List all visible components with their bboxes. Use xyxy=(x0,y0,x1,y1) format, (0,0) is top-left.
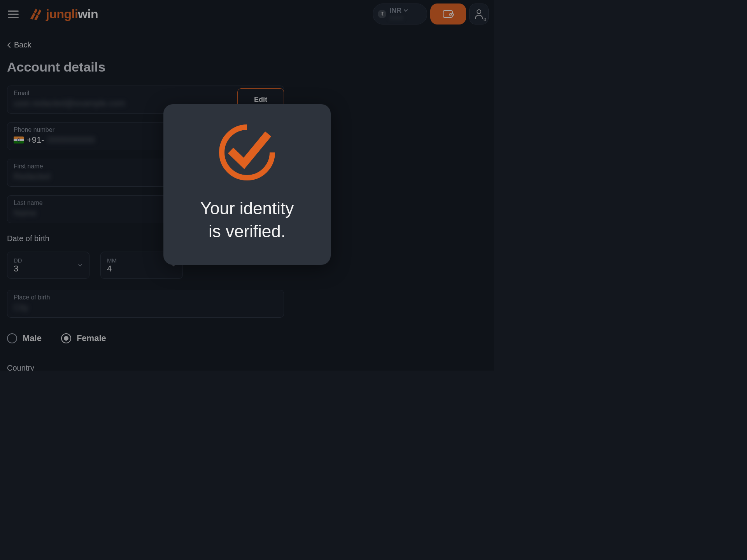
place-label: Place of birth xyxy=(14,294,277,301)
identity-verified-modal: Your identity is verified. xyxy=(163,104,331,265)
radio-checked-icon xyxy=(61,333,71,343)
menu-button[interactable] xyxy=(5,8,21,20)
checkmark-circle-icon xyxy=(216,121,278,184)
gender-female-radio[interactable]: Female xyxy=(61,333,106,343)
svg-point-3 xyxy=(477,10,481,14)
chevron-down-icon xyxy=(403,8,409,13)
user-icon xyxy=(475,9,483,19)
dob-day-select[interactable]: DD 3 xyxy=(7,252,89,279)
radio-icon xyxy=(7,333,17,343)
logo-text: jungliwin xyxy=(46,7,98,21)
account-button[interactable]: 0 xyxy=(469,4,489,24)
logo-icon xyxy=(28,6,44,22)
brand-logo[interactable]: jungliwin xyxy=(28,6,98,22)
gender-male-radio[interactable]: Male xyxy=(7,333,42,343)
dob-dd-label: DD xyxy=(14,257,83,264)
back-label: Back xyxy=(14,40,31,49)
phone-value: 0000000000 xyxy=(47,135,95,145)
wallet-icon xyxy=(443,9,454,19)
chevron-down-icon xyxy=(77,262,83,268)
gender-female-label: Female xyxy=(77,333,106,343)
dob-dd-value: 3 xyxy=(14,264,83,274)
chevron-left-icon xyxy=(7,42,11,48)
india-flag-icon xyxy=(14,136,24,144)
gender-male-label: Male xyxy=(23,333,42,343)
modal-line1: Your identity xyxy=(200,197,294,220)
dob-mm-value: 4 xyxy=(107,264,176,274)
balance-amount: 0000 xyxy=(389,15,409,22)
phone-prefix: +91- xyxy=(27,135,44,145)
place-value: City xyxy=(14,303,277,313)
notification-count: 0 xyxy=(484,17,486,22)
country-section-label: Country xyxy=(7,364,284,371)
currency-code: INR xyxy=(389,7,402,15)
rupee-icon: ₹ xyxy=(378,10,386,18)
svg-point-2 xyxy=(451,14,452,15)
currency-selector[interactable]: ₹ INR 0000 xyxy=(373,4,427,24)
modal-line2: is verified. xyxy=(200,220,294,243)
wallet-button[interactable] xyxy=(430,4,466,24)
page-title: Account details xyxy=(7,60,487,75)
place-field[interactable]: Place of birth City xyxy=(7,290,284,318)
back-button[interactable]: Back xyxy=(7,40,487,49)
